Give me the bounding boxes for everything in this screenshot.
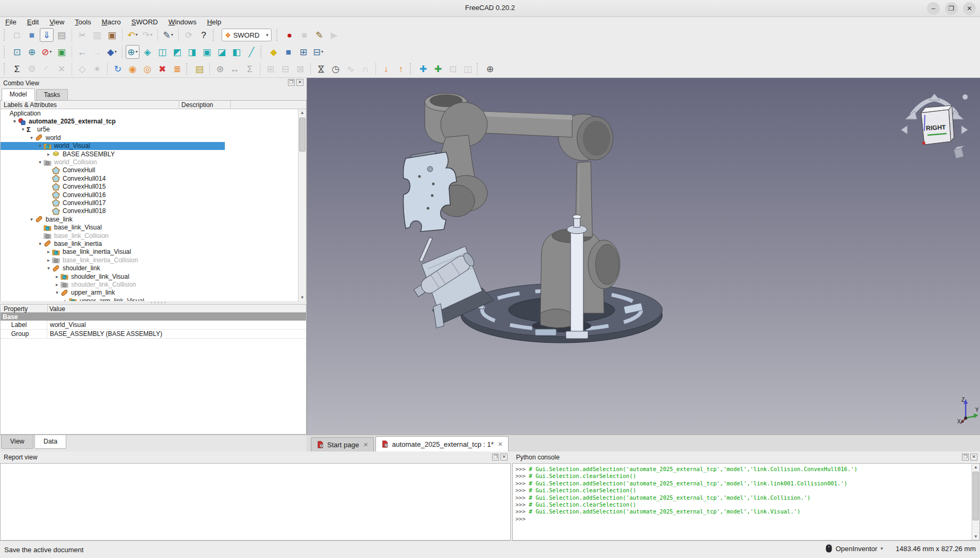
chevron-down-icon[interactable]: ▾ bbox=[880, 546, 883, 551]
robot-tool-button[interactable]: ⚙ bbox=[25, 62, 39, 76]
scroll-up-icon[interactable]: ▲ bbox=[974, 465, 978, 470]
draw-style-button[interactable]: ⊘▾ bbox=[40, 45, 54, 59]
float-panel-icon[interactable]: ❐ bbox=[492, 454, 499, 460]
menu-sword[interactable]: SWORD bbox=[126, 17, 163, 26]
expander-open-icon[interactable]: ▾ bbox=[37, 143, 43, 148]
3d-viewport[interactable]: RIGHT Z Y X bbox=[307, 78, 980, 435]
move-joint-button[interactable]: ↔ bbox=[228, 62, 242, 76]
nav-style-label[interactable]: OpenInventor bbox=[836, 545, 878, 553]
view-bottom-button[interactable]: ◪ bbox=[215, 45, 229, 59]
expander-open-icon[interactable]: ▾ bbox=[28, 217, 35, 222]
file-new-button[interactable]: □ bbox=[10, 28, 24, 42]
mdi-tab[interactable]: automate_2025_external_tcp : 1*✕ bbox=[375, 436, 509, 451]
expander-open-icon[interactable]: ▾ bbox=[11, 119, 18, 124]
tree-row[interactable]: ▾world_Collision bbox=[1, 158, 306, 166]
menu-edit[interactable]: Edit bbox=[22, 17, 44, 26]
tree-row[interactable]: ▾shoulder_link bbox=[1, 264, 306, 272]
close-panel-icon[interactable]: ✕ bbox=[501, 454, 508, 460]
expander-open-icon[interactable]: ▾ bbox=[37, 160, 43, 165]
console-scrollbar[interactable]: ▲ ▼ bbox=[972, 464, 979, 540]
export-graph-button[interactable]: ⊟▾ bbox=[311, 45, 325, 59]
wave-button[interactable]: ∿ bbox=[344, 62, 357, 76]
tree-row[interactable]: ConvexHull017 bbox=[1, 199, 306, 207]
view-top-button[interactable]: ◩ bbox=[170, 45, 184, 59]
show-visual-button[interactable]: ◉ bbox=[126, 62, 139, 76]
menu-macro[interactable]: Macro bbox=[97, 17, 126, 26]
tab-data[interactable]: Data bbox=[34, 435, 66, 449]
tree-row[interactable]: ▾upper_arm_link bbox=[1, 289, 306, 297]
expander-open-icon[interactable]: ▾ bbox=[45, 265, 52, 271]
paste-button[interactable]: ▣ bbox=[105, 28, 119, 42]
nav-back-button[interactable]: ← bbox=[75, 45, 89, 59]
tree-row[interactable]: ConvexHull bbox=[1, 166, 306, 174]
print-button[interactable]: ▤ bbox=[55, 28, 68, 42]
view-rotate-button[interactable]: ↻ bbox=[111, 62, 125, 76]
expander-open-icon[interactable]: ▾ bbox=[54, 290, 60, 295]
measure-distance-button[interactable]: ╱ bbox=[244, 45, 258, 59]
search-document-button[interactable]: ⊕ bbox=[483, 62, 497, 76]
expander-closed-icon[interactable]: ▸ bbox=[45, 249, 52, 254]
gripper-button[interactable]: ∩ bbox=[358, 62, 372, 76]
menu-tools[interactable]: Tools bbox=[69, 17, 96, 26]
menu-windows[interactable]: Windows bbox=[163, 17, 202, 26]
selection-view-button[interactable]: ⊡ bbox=[10, 45, 24, 59]
menu-view[interactable]: View bbox=[44, 17, 69, 26]
import-mesh-button[interactable]: ⊠ bbox=[293, 62, 307, 76]
close-button[interactable]: ✕ bbox=[963, 2, 976, 15]
scroll-up-icon[interactable]: ▲ bbox=[300, 110, 304, 115]
view-rear-button[interactable]: ▣ bbox=[200, 45, 214, 59]
python-console-content[interactable]: >>> # Gui.Selection.addSelection('automa… bbox=[512, 463, 980, 541]
graph-view-button[interactable]: ⊛ bbox=[213, 62, 227, 76]
view-right-button[interactable]: ◨ bbox=[185, 45, 199, 59]
macro-stop-button[interactable]: ■ bbox=[298, 28, 311, 42]
close-panel-icon[interactable]: ✕ bbox=[296, 79, 303, 86]
scrollbar-thumb[interactable] bbox=[299, 118, 305, 152]
tree-row[interactable]: ConvexHull018 bbox=[1, 207, 306, 215]
close-tab-icon[interactable]: ✕ bbox=[363, 441, 368, 448]
menu-help[interactable]: Help bbox=[202, 17, 226, 26]
tree-row[interactable]: ▸BASE ASSEMBLY bbox=[1, 150, 306, 158]
robot-3d-model[interactable] bbox=[307, 78, 980, 435]
property-row[interactable]: GroupBASE_ASSEMBLY (BASE ASSEMBLY) bbox=[1, 330, 306, 339]
tree-row[interactable]: ConvexHull016 bbox=[1, 191, 306, 199]
property-value[interactable]: world_Visual bbox=[47, 321, 86, 329]
macro-play-button[interactable]: ▶ bbox=[327, 28, 341, 42]
property-group-base[interactable]: Base bbox=[0, 313, 307, 321]
pin-target-button[interactable]: ✚ bbox=[431, 62, 445, 76]
collision-star-button[interactable]: ✶ bbox=[90, 62, 104, 76]
box-zoom-button[interactable]: ⊕ bbox=[25, 45, 39, 59]
expander-open-icon[interactable]: ▾ bbox=[28, 135, 35, 140]
cut-button[interactable]: ✂ bbox=[75, 28, 89, 42]
refresh-button[interactable]: ⟳ bbox=[182, 28, 196, 42]
tree-row[interactable]: ▾Σur5e bbox=[1, 126, 306, 134]
property-value[interactable]: BASE_ASSEMBLY (BASE ASSEMBLY) bbox=[47, 330, 162, 338]
pin-pose-button[interactable]: ✚ bbox=[416, 62, 430, 76]
property-row[interactable]: Labelworld_Visual bbox=[1, 321, 306, 330]
robot-sigma-button[interactable]: Σ bbox=[10, 62, 24, 76]
report-view-content[interactable] bbox=[0, 463, 511, 541]
redo-button[interactable]: ↷▾ bbox=[141, 28, 154, 42]
file-save-button[interactable]: ⇓ bbox=[40, 28, 54, 42]
report-template-button[interactable]: ▤ bbox=[192, 62, 206, 76]
tree-row[interactable]: ▾world bbox=[1, 134, 306, 141]
part-folder-button[interactable]: ■ bbox=[282, 45, 295, 59]
scroll-down-icon[interactable]: ▼ bbox=[974, 534, 978, 539]
expander-open-icon[interactable]: ▾ bbox=[37, 241, 43, 246]
tree-row[interactable]: ▾base_link bbox=[1, 215, 306, 223]
tree-row[interactable]: ConvexHull015 bbox=[1, 183, 306, 191]
float-panel-icon[interactable]: ❐ bbox=[962, 454, 969, 460]
hide-all-button[interactable]: ✖ bbox=[155, 62, 169, 76]
file-open-button[interactable]: ■ bbox=[25, 28, 39, 42]
undo-button[interactable]: ↶▾ bbox=[126, 28, 139, 42]
export-object-button[interactable]: ⊞ bbox=[296, 45, 310, 59]
tree-row[interactable]: ▸shoulder_link_Collision bbox=[1, 280, 306, 288]
nav-forward-button[interactable]: → bbox=[90, 45, 104, 59]
convex-hull-button[interactable]: ◇ bbox=[75, 62, 89, 76]
expander-closed-icon[interactable]: ▸ bbox=[45, 258, 52, 263]
tree-row[interactable]: ▾automate_2025_external_tcp bbox=[1, 117, 306, 125]
workbench-selector[interactable]: ❖SWORD▾ bbox=[222, 29, 272, 41]
joint-sliders-button[interactable]: ≣ bbox=[170, 62, 184, 76]
tab-model[interactable]: Model bbox=[2, 88, 35, 101]
tree-row[interactable]: base_link_Collision bbox=[1, 232, 306, 240]
view-left-button[interactable]: ◧ bbox=[230, 45, 243, 59]
